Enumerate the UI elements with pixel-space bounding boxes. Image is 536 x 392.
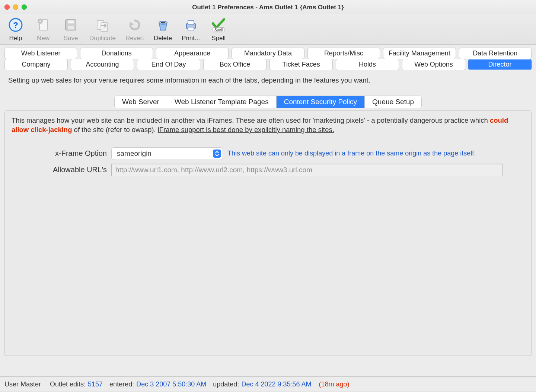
revert-icon xyxy=(127,17,143,33)
tab-facility-management[interactable]: Facility Management xyxy=(383,48,456,59)
status-age: (18m ago) xyxy=(319,380,350,388)
spell-label: Spell xyxy=(211,35,226,42)
svg-rect-14 xyxy=(188,27,194,31)
subtab-csp[interactable]: Content Security Policy xyxy=(277,96,365,108)
duplicate-label: Duplicate xyxy=(89,35,116,42)
status-edits-value: 5157 xyxy=(88,380,103,388)
xframe-label: x-Frame Option xyxy=(10,149,107,158)
status-bar: User Master Outlet edits: 5157 entered: … xyxy=(0,376,536,392)
print-icon xyxy=(183,17,199,33)
csp-desc-part2: of the site (refer to owasp). xyxy=(72,126,157,134)
status-updated-label: updated: xyxy=(213,380,239,388)
status-edits-label: Outlet edits: xyxy=(50,380,86,388)
delete-icon xyxy=(155,17,171,33)
revert-button: Revert xyxy=(125,17,144,42)
subtab-template-pages[interactable]: Web Listener Template Pages xyxy=(167,96,277,108)
allowable-urls-input[interactable]: http://www.url1.com, http://www.url2.com… xyxy=(111,164,503,176)
xframe-select[interactable]: sameorigin xyxy=(111,147,223,160)
save-button: Save xyxy=(62,17,80,42)
xframe-value: sameorigin xyxy=(117,150,151,158)
revert-label: Revert xyxy=(125,35,144,42)
minimize-window-button[interactable] xyxy=(13,4,18,10)
svg-rect-7 xyxy=(68,26,74,29)
csp-description: This manages how your web site can be in… xyxy=(10,116,526,141)
tab-company[interactable]: Company xyxy=(4,59,68,70)
delete-label: Delete xyxy=(154,35,172,42)
print-button[interactable]: Print... xyxy=(182,17,200,42)
titlebar: Outlet 1 Preferences - Ams Outlet 1 {Ams… xyxy=(0,0,536,14)
print-label: Print... xyxy=(182,35,200,42)
tab-box-office[interactable]: Box Office xyxy=(203,59,267,70)
svg-text:+: + xyxy=(39,19,41,23)
tab-ticket-faces[interactable]: Ticket Faces xyxy=(269,59,333,70)
tabs-row-1: Web Listener Donations Appearance Mandat… xyxy=(0,48,536,59)
tab-appearance[interactable]: Appearance xyxy=(156,48,229,59)
tab-donations[interactable]: Donations xyxy=(80,48,153,59)
window-controls xyxy=(4,4,27,10)
tab-reports-misc[interactable]: Reports/Misc xyxy=(307,48,380,59)
toolbar: ? Help + New Save xyxy=(0,14,536,45)
xframe-hint: This web site can only be displayed in a… xyxy=(227,150,476,157)
tab-director[interactable]: Director xyxy=(468,59,532,70)
save-label: Save xyxy=(64,35,78,42)
close-window-button[interactable] xyxy=(4,4,10,10)
urls-label: Allowable URL's xyxy=(10,166,107,174)
tab-data-retention[interactable]: Data Retention xyxy=(459,48,532,59)
help-label: Help xyxy=(9,35,22,42)
preferences-window: Outlet 1 Preferences - Ams Outlet 1 {Ams… xyxy=(0,0,536,392)
new-button: + New xyxy=(34,17,52,42)
xframe-row: x-Frame Option sameorigin This web site … xyxy=(10,147,526,160)
help-icon: ? xyxy=(7,17,24,33)
svg-text:Spell: Spell xyxy=(214,28,223,32)
subtab-web-server[interactable]: Web Server xyxy=(115,96,167,108)
svg-rect-6 xyxy=(68,20,74,23)
tab-accounting[interactable]: Accounting xyxy=(71,59,134,70)
csp-panel: This manages how your web site can be in… xyxy=(4,110,532,356)
help-button[interactable]: ? Help xyxy=(7,17,25,42)
chevron-updown-icon xyxy=(213,150,221,158)
delete-button[interactable]: Delete xyxy=(154,17,172,42)
duplicate-button: Duplicate xyxy=(89,17,116,42)
window-title: Outlet 1 Preferences - Ams Outlet 1 {Ams… xyxy=(0,4,536,11)
spell-button[interactable]: Spell Spell xyxy=(210,17,227,42)
tabs-row-2: Company Accounting End Of Day Box Office… xyxy=(0,59,536,70)
svg-point-11 xyxy=(161,22,165,23)
csp-desc-advice: iFrame support is best done by explicitl… xyxy=(158,126,334,134)
subtab-queue-setup[interactable]: Queue Setup xyxy=(365,96,421,108)
tab-web-listener[interactable]: Web Listener xyxy=(4,48,77,59)
sub-tabs: Web Server Web Listener Template Pages C… xyxy=(0,96,536,108)
tab-web-options[interactable]: Web Options xyxy=(402,59,465,70)
status-entered-value: Dec 3 2007 5:50:30 AM xyxy=(136,380,206,388)
urls-row: Allowable URL's http://www.url1.com, htt… xyxy=(10,164,526,176)
tab-end-of-day[interactable]: End Of Day xyxy=(137,59,200,70)
status-updated-value: Dec 4 2022 9:35:56 AM xyxy=(241,380,311,388)
save-icon xyxy=(63,17,79,33)
svg-text:?: ? xyxy=(13,20,18,30)
tab-holds[interactable]: Holds xyxy=(336,59,399,70)
duplicate-icon xyxy=(94,17,111,33)
new-label: New xyxy=(37,35,50,42)
tab-mandatory-data[interactable]: Mandatory Data xyxy=(232,48,304,59)
svg-rect-13 xyxy=(188,20,194,24)
spell-icon: Spell xyxy=(210,17,227,33)
new-icon: + xyxy=(35,17,51,33)
status-user: User Master xyxy=(4,380,41,388)
zoom-window-button[interactable] xyxy=(22,4,27,10)
csp-desc-part1: This manages how your web site can be in… xyxy=(12,116,490,124)
tab-info-text: Setting up web sales for your venue requ… xyxy=(0,73,536,93)
status-entered-label: entered: xyxy=(109,380,134,388)
